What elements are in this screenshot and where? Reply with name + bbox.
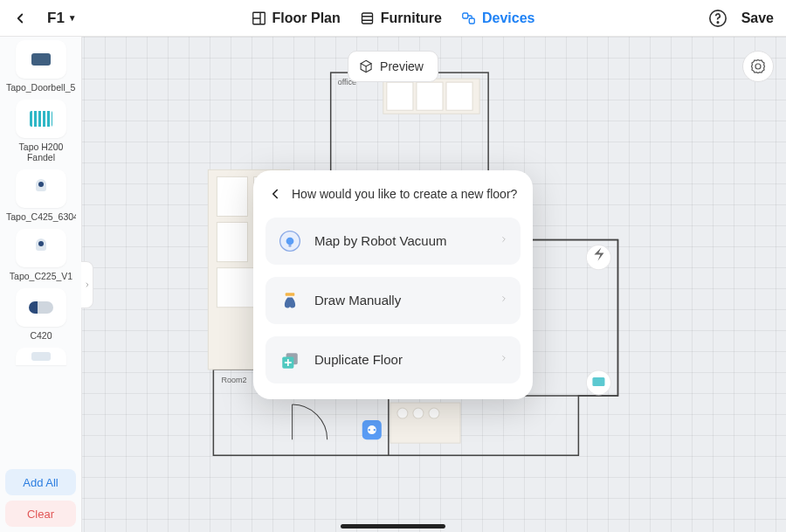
- robot-vacuum-icon: [278, 229, 302, 253]
- svg-rect-13: [417, 82, 443, 110]
- svg-point-33: [755, 64, 761, 69]
- tab-floor-plan[interactable]: Floor Plan: [252, 10, 341, 26]
- topbar: F1 ▼ Floor Plan Furniture Devices Save: [0, 0, 786, 37]
- hub-icon: [30, 111, 52, 127]
- svg-point-32: [374, 429, 376, 431]
- option-duplicate-floor[interactable]: Duplicate Floor: [265, 336, 521, 383]
- doorbell-icon: [31, 53, 51, 66]
- svg-rect-37: [286, 293, 295, 296]
- back-button[interactable]: [12, 10, 28, 26]
- option-draw-manually[interactable]: Draw Manually: [265, 277, 521, 324]
- device-list[interactable]: Tapo_Doorbell_5D99 Tapo H200 Fandel Tapo…: [0, 37, 81, 464]
- device-label: Tapo_Doorbell_5D99: [6, 82, 76, 93]
- option-map-by-robot[interactable]: Map by Robot Vacuum: [265, 218, 521, 265]
- device-item-hub[interactable]: Tapo H200 Fandel: [5, 100, 77, 162]
- svg-rect-3: [362, 13, 373, 24]
- camera-icon: [29, 301, 53, 314]
- svg-point-23: [413, 408, 424, 418]
- svg-rect-28: [592, 377, 604, 386]
- option-label: Draw Manually: [314, 293, 500, 307]
- device-item-c225[interactable]: Tapo_C225_V1: [5, 229, 77, 281]
- device-badge-robot[interactable]: [362, 420, 382, 439]
- tab-devices[interactable]: Devices: [461, 10, 535, 26]
- tab-floor-plan-label: Floor Plan: [272, 10, 341, 26]
- chevron-right-icon: [500, 233, 508, 249]
- device-thumb: [16, 169, 66, 208]
- device-badge-power[interactable]: [586, 245, 610, 270]
- duplicate-icon: [278, 348, 302, 372]
- preview-button[interactable]: Preview: [348, 51, 438, 82]
- device-badge-hub[interactable]: [586, 370, 610, 395]
- floor-selector[interactable]: F1 ▼: [47, 10, 77, 27]
- camera-icon: [31, 238, 51, 258]
- option-label: Duplicate Floor: [314, 352, 500, 367]
- svg-point-36: [288, 244, 291, 246]
- device-thumb: [16, 288, 66, 327]
- svg-rect-17: [217, 223, 247, 262]
- gear-icon: [750, 59, 766, 74]
- svg-point-24: [429, 408, 439, 418]
- draw-icon: [278, 288, 302, 313]
- svg-rect-7: [470, 18, 475, 24]
- camera-icon: [31, 179, 51, 198]
- settings-button[interactable]: [742, 51, 774, 82]
- device-item-more[interactable]: [5, 348, 77, 365]
- save-button[interactable]: Save: [741, 10, 774, 26]
- device-item-doorbell[interactable]: Tapo_Doorbell_5D99: [5, 40, 77, 93]
- dialog-back-button[interactable]: [267, 186, 283, 202]
- svg-rect-6: [463, 13, 468, 18]
- device-thumb: [16, 40, 66, 79]
- clear-button[interactable]: Clear: [5, 501, 76, 527]
- svg-rect-12: [387, 82, 413, 110]
- new-floor-dialog: How would you like to create a new floor…: [253, 170, 533, 399]
- camera-icon: [31, 352, 51, 361]
- add-all-button[interactable]: Add All: [5, 469, 76, 495]
- dialog-title: How would you like to create a new floor…: [292, 187, 517, 201]
- tab-furniture[interactable]: Furniture: [360, 10, 442, 26]
- device-label: Tapo H200 Fandel: [6, 142, 76, 162]
- device-item-c420[interactable]: C420: [5, 288, 77, 341]
- svg-point-26: [586, 245, 610, 270]
- svg-rect-14: [446, 82, 472, 110]
- device-thumb: [16, 348, 66, 365]
- preview-label: Preview: [380, 59, 424, 73]
- cube-icon: [359, 59, 373, 73]
- svg-point-9: [717, 21, 718, 22]
- svg-point-31: [369, 429, 370, 431]
- home-indicator: [341, 524, 445, 529]
- svg-point-22: [397, 408, 408, 418]
- chevron-right-icon: [500, 352, 508, 368]
- svg-rect-16: [217, 176, 247, 216]
- device-label: Tapo_C425_6304_SD: [6, 211, 76, 222]
- room-label-room2: Room2: [221, 376, 246, 384]
- chevron-right-icon: [500, 293, 508, 308]
- device-label: C420: [6, 330, 76, 341]
- device-item-c425[interactable]: Tapo_C425_6304_SD: [5, 169, 77, 222]
- main-canvas-area: office Room2: [0, 37, 786, 532]
- chevron-down-icon: ▼: [68, 13, 77, 23]
- device-label: Tapo_C225_V1: [6, 271, 76, 281]
- panel-expand-handle[interactable]: [81, 261, 93, 308]
- device-thumb: [16, 229, 66, 267]
- tab-devices-label: Devices: [482, 10, 535, 26]
- option-label: Map by Robot Vacuum: [314, 233, 500, 248]
- tab-furniture-label: Furniture: [381, 10, 442, 26]
- floor-selector-label: F1: [47, 10, 65, 27]
- help-icon[interactable]: [708, 9, 727, 28]
- device-side-panel: Tapo_Doorbell_5D99 Tapo H200 Fandel Tapo…: [0, 37, 82, 532]
- device-thumb: [16, 100, 66, 138]
- svg-point-35: [286, 237, 294, 245]
